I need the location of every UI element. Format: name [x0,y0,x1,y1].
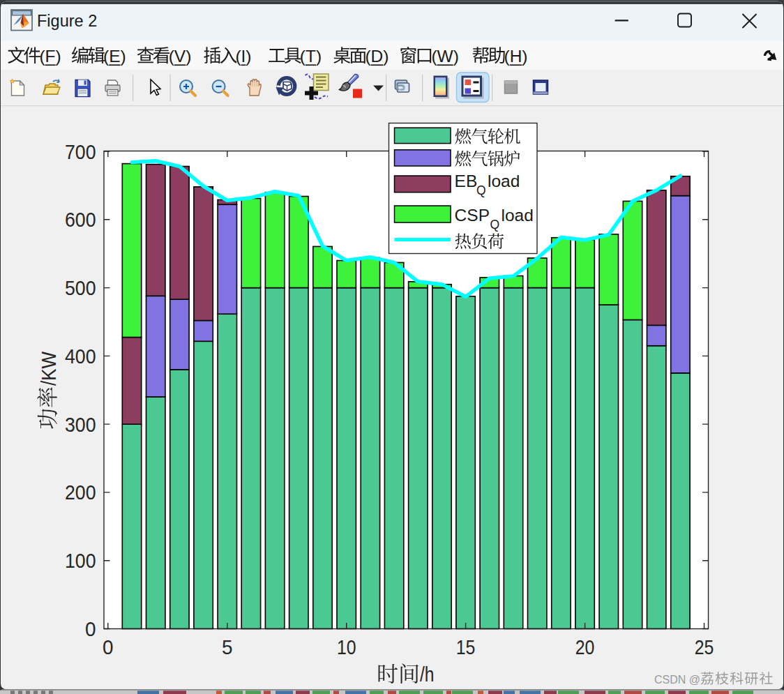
svg-text:10: 10 [337,635,356,658]
svg-text:20: 20 [575,635,595,658]
svg-text:load: load [488,172,520,190]
svg-text:(H): (H) [504,47,528,66]
svg-text:(I): (I) [235,47,251,66]
svg-text:500: 500 [65,276,96,299]
svg-text:700: 700 [65,140,96,163]
svg-text:0: 0 [103,635,114,658]
svg-text:CSP: CSP [455,206,490,225]
svg-text:600: 600 [65,208,96,231]
svg-text:15: 15 [456,635,476,658]
svg-text:(F): (F) [39,47,61,66]
svg-text:(W): (W) [431,47,458,66]
svg-text:Q: Q [490,218,500,232]
svg-text:0: 0 [85,617,96,640]
svg-text:Q: Q [476,183,486,197]
svg-text:(E): (E) [103,47,126,66]
svg-text:200: 200 [65,481,96,504]
svg-text:Figure 2: Figure 2 [37,12,97,30]
svg-text:300: 300 [65,413,96,436]
svg-text:CSDN @: CSDN @ [654,674,700,686]
svg-text:load: load [502,206,534,225]
svg-text:5: 5 [222,635,233,658]
svg-text:/h: /h [420,663,435,686]
svg-text:(T): (T) [300,47,322,66]
svg-text:EB: EB [455,172,478,190]
svg-text:400: 400 [65,345,96,368]
svg-text:100: 100 [65,549,96,572]
svg-text:25: 25 [695,635,714,658]
svg-text:(D): (D) [365,47,389,66]
svg-text:/KW: /KW [38,351,60,386]
svg-text:(V): (V) [169,47,192,66]
